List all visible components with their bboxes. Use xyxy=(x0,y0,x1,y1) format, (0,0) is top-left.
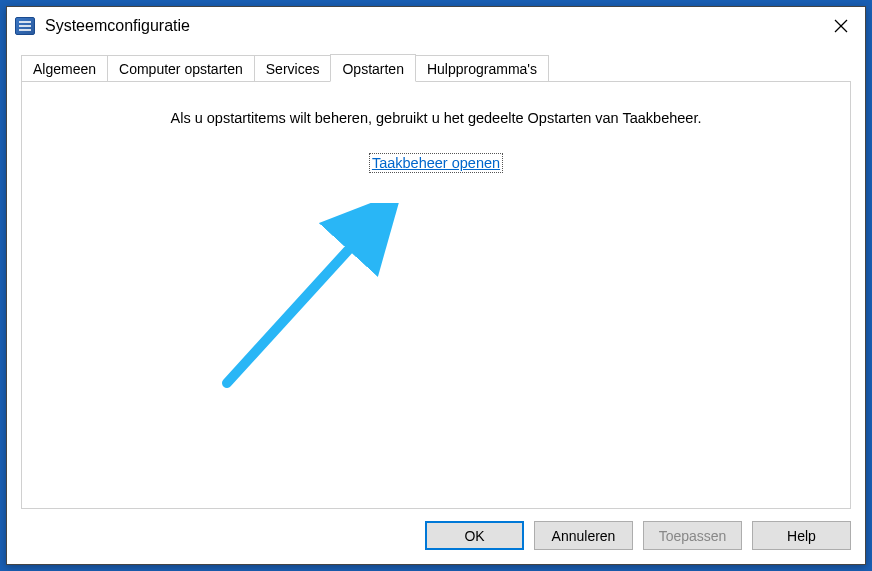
startup-panel: Als u opstartitems wilt beheren, gebruik… xyxy=(21,81,851,509)
ok-button[interactable]: OK xyxy=(425,521,524,550)
close-icon xyxy=(834,19,848,33)
window-title: Systeemconfiguratie xyxy=(45,17,817,35)
tab-boot[interactable]: Computer opstarten xyxy=(107,55,255,81)
apply-button: Toepassen xyxy=(643,521,742,550)
tab-general[interactable]: Algemeen xyxy=(21,55,108,81)
help-button[interactable]: Help xyxy=(752,521,851,550)
tab-startup[interactable]: Opstarten xyxy=(330,54,415,82)
titlebar: Systeemconfiguratie xyxy=(7,7,865,45)
msconfig-window: Systeemconfiguratie Algemeen Computer op… xyxy=(6,6,866,565)
tab-services[interactable]: Services xyxy=(254,55,332,81)
app-icon xyxy=(15,17,35,35)
startup-message: Als u opstartitems wilt beheren, gebruik… xyxy=(22,110,850,126)
close-button[interactable] xyxy=(817,7,865,45)
tabs-row: Algemeen Computer opstarten Services Ops… xyxy=(21,53,851,81)
content-area: Algemeen Computer opstarten Services Ops… xyxy=(7,45,865,564)
open-task-manager-link[interactable]: Taakbeheer openen xyxy=(370,154,502,172)
link-wrap: Taakbeheer openen xyxy=(370,154,502,172)
tab-tools[interactable]: Hulpprogramma's xyxy=(415,55,549,81)
dialog-buttons: OK Annuleren Toepassen Help xyxy=(21,509,851,550)
cancel-button[interactable]: Annuleren xyxy=(534,521,633,550)
